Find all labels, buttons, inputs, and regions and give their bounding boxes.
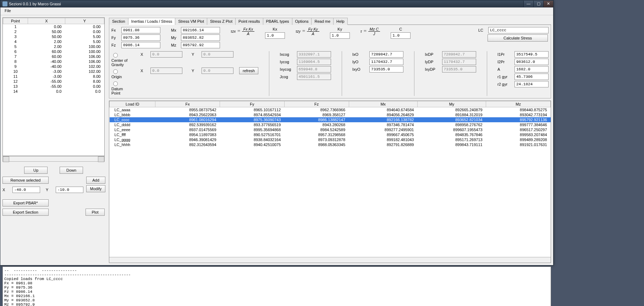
mz-label: Mz [171, 43, 179, 47]
menu-file[interactable]: File [2, 7, 14, 14]
i2pr-value[interactable] [514, 59, 549, 65]
point-row[interactable]: 11-3.008.00 [3, 74, 104, 79]
point-row[interactable]: 10.000.00 [3, 24, 104, 29]
load-col-load-id[interactable]: Load ID [110, 101, 155, 107]
point-row[interactable]: 250.000.00 [3, 29, 104, 34]
radio-origin[interactable]: Origin [111, 68, 130, 80]
load-row[interactable]: LC_aaaa8955.087375428965.101671128962.73… [110, 107, 551, 113]
remove-selected-button[interactable]: Remove selected [2, 177, 49, 184]
fz-input[interactable] [121, 42, 160, 48]
my-input[interactable] [181, 34, 220, 41]
close-button[interactable]: ✕ [543, 1, 553, 7]
tab-options[interactable]: Options [292, 18, 312, 25]
points-table[interactable]: Point X Y 10.000.00250.000.00350.005.004… [2, 17, 105, 156]
load-row[interactable]: LC_bbbb8943.256220638974.855429348969.35… [110, 112, 551, 117]
lc-input[interactable] [488, 27, 549, 33]
load-col-my[interactable]: My [417, 101, 486, 107]
app-window: Sezioni 0.0.1 by Marco Grassi — ▢ ✕ File… [0, 0, 554, 265]
point-row[interactable]: 13-55.000.00 [3, 84, 104, 89]
right-panel: SectionInertias / Loads / StressStress V… [107, 15, 553, 265]
menubar: File [0, 7, 553, 15]
load-row[interactable]: LC_gggg8946.390814298938.840321648973.09… [110, 137, 551, 142]
point-row[interactable]: 12-55.008.00 [3, 79, 104, 84]
r1gyr-label: r1 gyr [497, 75, 512, 79]
load-row[interactable]: LC_hhhh892.3126435948940.425100758988.05… [110, 142, 551, 147]
r1gyr-value[interactable] [514, 74, 549, 80]
mx-input[interactable] [181, 27, 220, 33]
fx-input[interactable] [121, 27, 160, 33]
tab-inertias-loads-stress[interactable]: Inertias / Loads / Stress [128, 18, 176, 25]
c-input[interactable] [391, 32, 411, 39]
export-section-button[interactable]: Export Section [2, 209, 49, 216]
point-row[interactable]: 42.005.00 [3, 39, 104, 44]
tab-point-results[interactable]: Point results [235, 18, 263, 25]
load-table-hscroll[interactable] [109, 257, 551, 263]
my-label: My [171, 36, 179, 40]
titlebar[interactable]: Sezioni 0.0.1 by Marco Grassi — ▢ ✕ [0, 0, 553, 7]
tab-bar: SectionInertias / Loads / StressStress V… [109, 17, 551, 25]
fx-label: Fx [111, 28, 119, 32]
point-row[interactable]: 140.00.0 [3, 89, 104, 94]
mz-input[interactable] [181, 42, 220, 48]
jcog-value [297, 74, 331, 80]
load-row[interactable]: LC_ffff8954.11897083890.5275167018957.31… [110, 132, 551, 137]
load-col-fy[interactable]: Fy [220, 101, 285, 107]
point-row[interactable]: 10-3.00102.00 [3, 69, 104, 74]
load-col-mz[interactable]: Mz [486, 101, 551, 107]
load-table[interactable]: Load IDFxFyFzMxMyMz LC_aaaa8955.08737542… [109, 101, 551, 263]
calculate-stress-button[interactable]: Calculate Stress [488, 34, 548, 42]
ky-input[interactable] [330, 32, 350, 39]
load-col-fx[interactable]: Fx [155, 101, 220, 107]
refresh-button[interactable]: refresh [239, 67, 258, 74]
left-panel: Point X Y 10.000.00250.000.00350.005.004… [0, 15, 107, 265]
plot-button[interactable]: Plot [86, 209, 105, 216]
load-col-mx[interactable]: Mx [349, 101, 417, 107]
tab-stress-vm-plot[interactable]: Stress VM Plot [175, 18, 207, 25]
i1pr-value[interactable] [514, 51, 549, 58]
x-input[interactable] [12, 187, 40, 193]
load-row[interactable]: LC_cccc8961.080162948975.360907438986.13… [110, 117, 551, 122]
col-x[interactable]: X [28, 18, 65, 24]
up-button[interactable]: Up [24, 167, 48, 174]
tab-help[interactable]: Help [333, 18, 348, 25]
radio-datum[interactable]: Datum Point [111, 80, 130, 96]
maximize-button[interactable]: ▢ [533, 1, 543, 7]
kx-input[interactable] [265, 32, 285, 39]
ixyo-value[interactable] [369, 66, 403, 73]
r2gyr-value[interactable] [514, 81, 549, 87]
a-value[interactable] [514, 66, 549, 73]
load-row[interactable]: LC_dddd892.539939162893.3776565198943.28… [110, 122, 551, 127]
points-hscroll[interactable] [2, 156, 105, 162]
fy-input[interactable] [121, 34, 160, 41]
ixdp-value [442, 51, 476, 58]
col-point[interactable]: Point [3, 18, 28, 24]
app-icon [2, 1, 7, 6]
modify-button[interactable]: Modify [86, 185, 105, 192]
point-row[interactable]: 52.00100.00 [3, 44, 104, 49]
point-row[interactable]: 9-40.00102.00 [3, 64, 104, 69]
tab-section[interactable]: Section [109, 18, 128, 25]
export-pbar-button[interactable]: Export PBAR* [2, 199, 49, 206]
col-y[interactable]: Y [65, 18, 104, 24]
point-row[interactable]: 350.005.00 [3, 34, 104, 39]
minimize-button[interactable]: — [523, 1, 533, 7]
point-row[interactable]: 660.00100.00 [3, 49, 104, 54]
ixdp-label: IxDP [425, 52, 440, 57]
down-button[interactable]: Down [60, 167, 83, 174]
iyo-value[interactable] [369, 59, 403, 65]
point-row[interactable]: 8-40.00106.00 [3, 59, 104, 64]
load-row[interactable]: LC_eeee8937.014755698995.356948688984.52… [110, 127, 551, 132]
tab-pbarl-types[interactable]: PBARL types [263, 18, 292, 25]
tab-stress-z-plot[interactable]: Stress Z Plot [207, 18, 236, 25]
formula-tzy: τzy = Fy KyA [296, 27, 319, 36]
load-col-fz[interactable]: Fz [284, 101, 349, 107]
ixcog-value [297, 51, 331, 58]
ixo-value[interactable] [369, 51, 403, 58]
i2pr-label: I2Pr [497, 60, 512, 64]
add-button[interactable]: Add [86, 177, 105, 184]
radio-cog[interactable]: Center of Gravity [111, 51, 130, 68]
point-row[interactable]: 760.00106.00 [3, 54, 104, 59]
log-output[interactable]: -- ---------- --------------- ----------… [2, 267, 551, 306]
y-input[interactable] [56, 187, 83, 193]
tab-read-me[interactable]: Read me [311, 18, 334, 25]
